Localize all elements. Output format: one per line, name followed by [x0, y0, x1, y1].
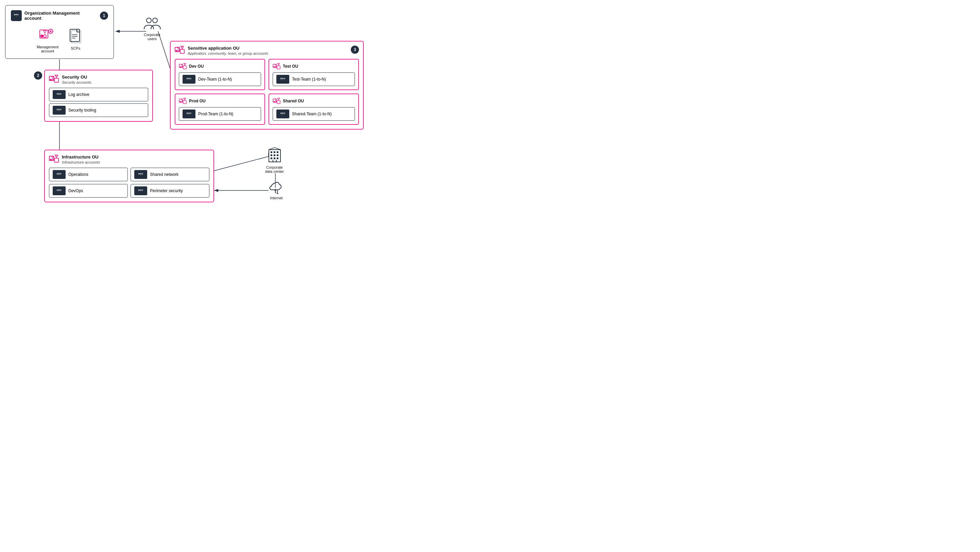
svg-point-14	[43, 35, 46, 37]
devops-item: aws ⌣ DevOps	[49, 184, 128, 198]
svg-rect-52	[274, 66, 275, 67]
corp-users-label: Corporateusers	[144, 33, 161, 41]
aws-box-net: aws ⌣	[134, 170, 147, 179]
aws-box-perim: aws ⌣	[134, 187, 147, 195]
svg-marker-73	[55, 155, 58, 158]
infra-ou-subtitle: Infrastructure accounts	[62, 160, 100, 164]
svg-marker-36	[52, 77, 53, 78]
operations-label: Operations	[68, 172, 88, 177]
svg-point-47	[181, 66, 182, 68]
svg-marker-15	[43, 30, 46, 34]
svg-marker-49	[183, 63, 186, 65]
svg-rect-70	[50, 159, 51, 160]
dev-ou-title: Dev OU	[189, 64, 204, 69]
test-team-label: Test-Team (1-to-N)	[292, 77, 326, 81]
security-tooling-label: Security tooling	[68, 108, 96, 113]
svg-rect-58	[180, 101, 181, 102]
test-ou-header: Test OU	[273, 63, 355, 70]
internet-label: Internet	[270, 196, 283, 200]
infra-ou-header: Infrastructure OU Infrastructure account…	[49, 155, 209, 164]
svg-point-35	[52, 79, 53, 81]
log-archive-label: Log archive	[68, 92, 89, 97]
svg-marker-93	[276, 193, 278, 194]
users-icon	[143, 17, 161, 30]
security-tooling-item: aws ⌣ Security tooling	[49, 104, 148, 117]
security-ou-text: Security OU Security accounts	[62, 75, 91, 85]
svg-marker-60	[181, 99, 183, 101]
svg-rect-46	[180, 66, 181, 67]
mgmt-account-label: Managementaccount	[37, 45, 59, 53]
svg-marker-43	[181, 46, 183, 49]
svg-marker-66	[275, 99, 276, 101]
badge-1: 1	[100, 11, 108, 20]
svg-rect-44	[180, 49, 184, 53]
prod-team-label: Prod-Team (1-to-N)	[198, 112, 233, 116]
svg-line-8	[214, 156, 269, 171]
svg-marker-61	[183, 98, 186, 100]
security-ou-subtitle: Security accounts	[62, 80, 91, 85]
test-ou-box: Test OU aws ⌣ Test-Team (1-to-N)	[269, 59, 359, 90]
svg-rect-84	[277, 158, 278, 159]
svg-rect-38	[54, 78, 59, 82]
svg-rect-56	[277, 65, 280, 69]
prod-ou-box: Prod OU aws ⌣ Prod-Team (1-to-N)	[175, 94, 265, 125]
shared-ou-icon	[273, 97, 281, 104]
svg-marker-48	[181, 65, 183, 66]
svg-marker-42	[177, 48, 179, 49]
badge-2: 2	[34, 72, 42, 80]
infra-accounts-grid: aws ⌣ Operations aws ⌣ Shared network aw…	[49, 168, 209, 198]
aws-box-prod: aws ⌣	[183, 110, 196, 118]
mgmt-header: aws ⌣ Organization Management account 1	[11, 10, 108, 21]
svg-rect-77	[274, 152, 275, 153]
aws-box-log: aws ⌣	[52, 90, 65, 99]
dev-ou-header: Dev OU	[179, 63, 261, 70]
svg-marker-37	[55, 75, 58, 78]
security-ou-box: Security OU Security accounts aws ⌣ Log …	[44, 70, 153, 122]
svg-rect-80	[274, 155, 275, 156]
aws-box-sec: aws ⌣	[52, 106, 65, 115]
infra-ou-box: Infrastructure OU Infrastructure account…	[44, 150, 214, 203]
svg-rect-78	[277, 152, 278, 153]
svg-rect-68	[277, 101, 280, 104]
infra-ou-icon	[49, 155, 59, 163]
svg-point-71	[52, 159, 53, 161]
dev-ou-icon	[179, 63, 187, 70]
internet-icon	[269, 180, 284, 194]
shared-team-label: Shared-Team (1-to-N)	[292, 112, 332, 116]
infra-ou-title: Infrastructure OU	[62, 155, 100, 160]
svg-marker-72	[52, 156, 53, 158]
shared-ou-title: Shared OU	[283, 99, 304, 104]
prod-ou-title: Prod OU	[189, 99, 206, 104]
shared-network-item: aws ⌣ Shared network	[130, 168, 209, 181]
aws-box-dev: aws ⌣	[183, 75, 196, 84]
sensitive-ou-grid: Dev OU aws ⌣ Dev-Team (1-to-N)	[175, 59, 359, 125]
dev-ou-box: Dev OU aws ⌣ Dev-Team (1-to-N)	[175, 59, 265, 90]
svg-rect-40	[176, 50, 177, 51]
aws-box-ops: aws ⌣	[52, 170, 65, 179]
dev-team-label: Dev-Team (1-to-N)	[198, 77, 232, 81]
test-ou-icon	[273, 63, 281, 70]
prod-ou-icon	[179, 97, 187, 104]
svg-marker-67	[277, 98, 279, 100]
svg-rect-74	[54, 158, 59, 162]
security-accounts: aws ⌣ Log archive aws ⌣ Security tooling	[49, 88, 148, 117]
aws-box-devops: aws ⌣	[52, 187, 65, 195]
devops-label: DevOps	[68, 188, 83, 193]
sensitive-ou-text: Sensitive application OU Application, co…	[188, 46, 268, 56]
perimeter-security-label: Perimeter security	[150, 188, 183, 193]
security-ou-header: Security OU Security accounts	[49, 75, 148, 85]
security-ou-icon	[49, 75, 59, 83]
security-ou-title: Security OU	[62, 75, 91, 80]
svg-point-32	[153, 18, 158, 23]
svg-rect-50	[183, 65, 186, 69]
aws-logo: aws ⌣	[11, 10, 22, 21]
diagram-container: 2 aws ⌣ Organization Management account …	[0, 0, 374, 211]
svg-point-31	[146, 18, 151, 23]
svg-rect-34	[50, 79, 51, 80]
test-ou-title: Test OU	[283, 64, 298, 69]
shared-ou-box: Shared OU aws ⌣ Shared-Team (1-to-N)	[269, 94, 359, 125]
mgmt-account-icon	[39, 26, 56, 43]
operations-item: aws ⌣ Operations	[49, 168, 128, 181]
test-team-item: aws ⌣ Test-Team (1-to-N)	[273, 72, 355, 86]
svg-rect-83	[274, 158, 275, 159]
